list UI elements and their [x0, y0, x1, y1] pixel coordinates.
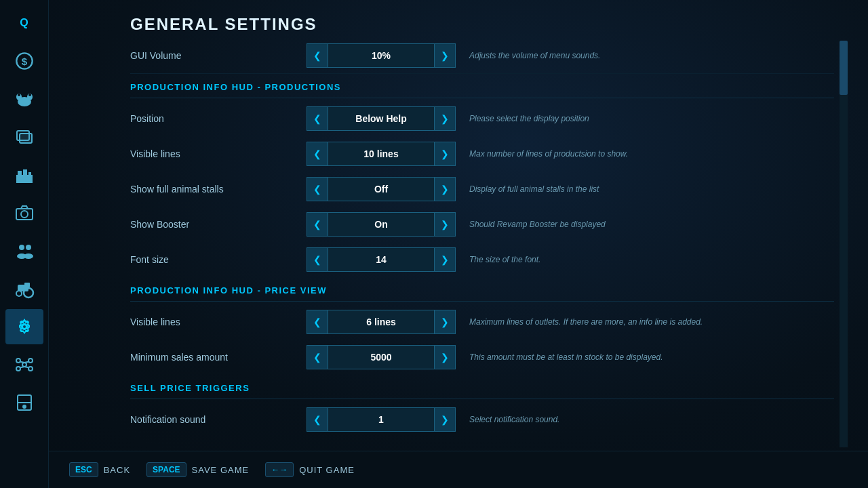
notification-sound-right-btn[interactable]: ❯: [434, 407, 456, 432]
sidebar-item-team[interactable]: [5, 233, 43, 268]
svg-rect-10: [18, 171, 22, 175]
svg-rect-11: [23, 169, 27, 175]
section-header-productions: PRODUCTION INFO HUD - PRODUCTIONS: [130, 74, 834, 98]
show-full-stalls-desc: Display of full animal stalls in the lis…: [456, 184, 834, 194]
position-right-btn[interactable]: ❯: [434, 106, 456, 131]
setting-row-font-size: Font size ❮ 14 ❯ The size of the font.: [130, 242, 834, 277]
cut-row-label: GUI Volume: [130, 50, 307, 61]
settings-list: GUI Volume ❮ 10% ❯ Adjusts the volume of…: [130, 41, 848, 437]
sidebar-item-cards[interactable]: [5, 119, 43, 155]
setting-row-position: Position ❮ Below Help ❯ Please select th…: [130, 101, 834, 136]
sidebar-item-camera[interactable]: [5, 195, 43, 230]
factory-icon: [15, 165, 34, 184]
cut-row-desc: Adjusts the volume of menu sounds.: [456, 51, 834, 60]
sidebar-item-tractor[interactable]: [5, 271, 43, 306]
setting-row-show-booster: Show Booster ❮ On ❯ Should Revamp Booste…: [130, 207, 834, 242]
svg-point-34: [23, 405, 26, 408]
svg-point-6: [28, 94, 31, 96]
show-booster-value: On: [328, 212, 434, 237]
tractor-icon: [14, 278, 35, 300]
svg-text:$: $: [21, 56, 27, 67]
scrollbar-track[interactable]: [840, 41, 848, 447]
visible-lines-price-value: 6 lines: [328, 310, 434, 334]
min-sales-desc: This amount must be at least in stock to…: [456, 352, 834, 362]
font-size-control: ❮ 14 ❯: [307, 247, 456, 272]
main-content: GENERAL SETTINGS GUI Volume ❮ 10% ❯ Adju…: [49, 0, 868, 488]
font-size-desc: The size of the font.: [456, 255, 834, 264]
svg-line-30: [20, 367, 24, 368]
sidebar-item-animals[interactable]: [5, 81, 43, 117]
visible-lines-right-btn[interactable]: ❯: [434, 142, 456, 166]
svg-point-5: [18, 94, 20, 96]
setting-row-notification-sound: Notification sound ❮ 1 ❯ Select notifica…: [130, 402, 834, 437]
sidebar: Q $: [0, 0, 49, 488]
visible-lines-price-label: Visible lines: [130, 317, 307, 327]
font-size-left-btn[interactable]: ❮: [307, 247, 328, 272]
visible-lines-price-control: ❮ 6 lines ❯: [307, 310, 456, 334]
sidebar-item-q[interactable]: Q: [5, 5, 43, 41]
notification-sound-left-btn[interactable]: ❮: [307, 407, 328, 432]
min-sales-left-btn[interactable]: ❮: [307, 345, 328, 369]
scrollbar-thumb[interactable]: [840, 41, 848, 95]
font-size-value: 14: [328, 247, 434, 272]
q-icon: Q: [20, 17, 28, 29]
animals-icon: [14, 88, 35, 110]
back-button[interactable]: ESC BACK: [69, 462, 130, 477]
min-sales-value: 5000: [328, 345, 434, 369]
sidebar-item-economy[interactable]: $: [5, 43, 43, 79]
svg-point-16: [26, 245, 31, 250]
svg-rect-22: [24, 283, 30, 287]
content-area: GUI Volume ❮ 10% ❯ Adjusts the volume of…: [130, 41, 848, 447]
min-sales-right-btn[interactable]: ❯: [434, 345, 456, 369]
svg-rect-8: [20, 134, 32, 143]
arrow-key-badge: ←→: [265, 462, 294, 477]
show-booster-desc: Should Revamp Booster be displayed: [456, 220, 834, 229]
svg-rect-12: [28, 172, 31, 175]
setting-row-show-full-stalls: Show full animal stalls ❮ Off ❯ Display …: [130, 171, 834, 207]
back-label: BACK: [104, 465, 130, 475]
show-booster-right-btn[interactable]: ❯: [434, 212, 456, 237]
sidebar-item-settings[interactable]: [5, 309, 43, 344]
save-game-button[interactable]: SPACE SAVE GAME: [146, 462, 249, 477]
notification-sound-control: ❮ 1 ❯: [307, 407, 456, 432]
book-icon: [15, 393, 34, 412]
position-left-btn[interactable]: ❮: [307, 106, 328, 131]
visible-lines-price-left-btn[interactable]: ❮: [307, 310, 328, 334]
svg-line-31: [24, 367, 29, 368]
show-full-stalls-control: ❮ Off ❯: [307, 177, 456, 201]
visible-lines-label: Visible lines: [130, 148, 307, 159]
sidebar-item-factory[interactable]: [5, 157, 43, 192]
visible-lines-price-desc: Maximum lines of outlets. If there are m…: [456, 317, 834, 327]
visible-lines-left-btn[interactable]: ❮: [307, 142, 328, 166]
setting-row-visible-lines: Visible lines ❮ 10 lines ❯ Max number of…: [130, 136, 834, 171]
sidebar-item-network[interactable]: [5, 347, 43, 382]
notification-sound-label: Notification sound: [130, 414, 307, 425]
space-key-badge: SPACE: [146, 462, 186, 477]
camera-icon: [15, 203, 34, 222]
dollar-icon: $: [15, 52, 34, 70]
position-desc: Please select the display position: [456, 114, 834, 123]
svg-point-23: [22, 363, 26, 367]
svg-line-29: [24, 362, 29, 363]
section-header-price-view: PRODUCTION INFO HUD - PRICE VIEW: [130, 277, 834, 302]
cut-row-left-btn[interactable]: ❮: [307, 43, 328, 68]
show-booster-left-btn[interactable]: ❮: [307, 212, 328, 237]
network-icon: [15, 355, 34, 374]
show-full-stalls-value: Off: [328, 177, 434, 201]
position-control: ❮ Below Help ❯: [307, 106, 456, 131]
visible-lines-price-right-btn[interactable]: ❯: [434, 310, 456, 334]
font-size-right-btn[interactable]: ❯: [434, 247, 456, 272]
quit-game-button[interactable]: ←→ QUIT GAME: [265, 462, 355, 477]
sidebar-item-book[interactable]: [5, 385, 43, 420]
svg-point-18: [24, 253, 33, 259]
setting-row-visible-lines-price: Visible lines ❮ 6 lines ❯ Maximum lines …: [130, 304, 834, 340]
visible-lines-control: ❮ 10 lines ❯: [307, 142, 456, 166]
cut-row-right-btn[interactable]: ❯: [434, 43, 456, 68]
team-icon: [15, 241, 34, 260]
cards-icon: [15, 127, 34, 146]
font-size-label: Font size: [130, 254, 307, 265]
show-full-stalls-right-btn[interactable]: ❯: [434, 177, 456, 201]
show-booster-label: Show Booster: [130, 219, 307, 230]
show-full-stalls-left-btn[interactable]: ❮: [307, 177, 328, 201]
setting-row-min-sales: Minimum sales amount ❮ 5000 ❯ This amoun…: [130, 340, 834, 375]
